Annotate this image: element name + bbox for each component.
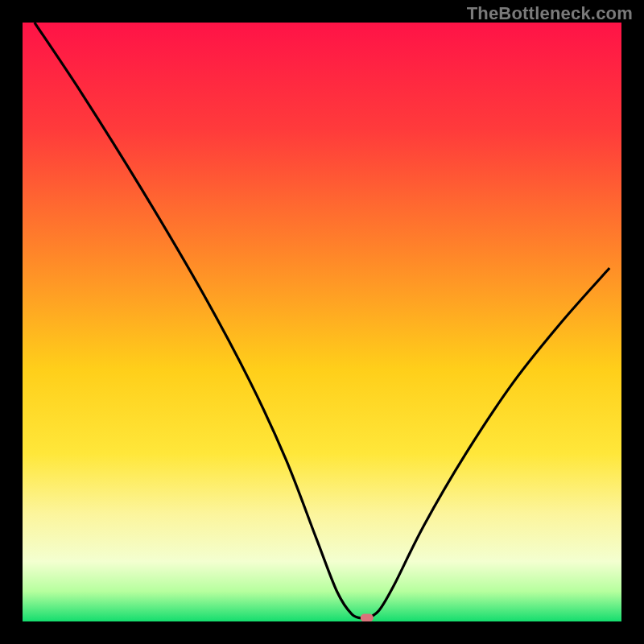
optimal-point-marker [361,614,374,621]
chart-frame: { "watermark": "TheBottleneck.com", "col… [0,0,644,644]
chart-background-gradient [23,23,621,621]
watermark-text: TheBottleneck.com [467,3,633,24]
bottleneck-chart [23,23,621,621]
